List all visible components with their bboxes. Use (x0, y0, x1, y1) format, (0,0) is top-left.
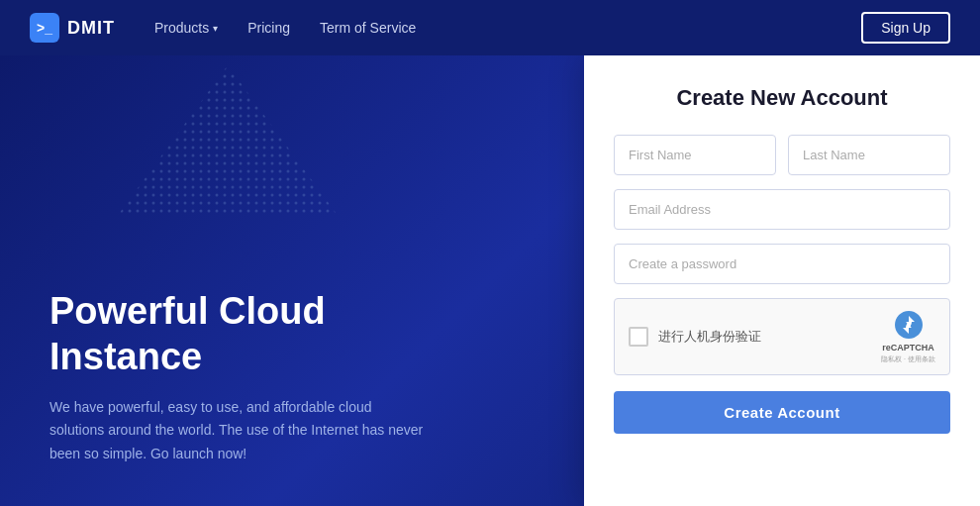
name-row (614, 135, 950, 175)
last-name-input[interactable] (788, 135, 950, 175)
recaptcha-subtext: 隐私权 · 使用条款 (881, 354, 935, 364)
nav-products[interactable]: Products ▾ (154, 20, 218, 36)
nav-links: Products ▾ Pricing Term of Service (154, 20, 861, 36)
signup-button[interactable]: Sign Up (861, 12, 950, 44)
create-account-button[interactable]: Create Account (614, 391, 950, 434)
captcha-left: 进行人机身份验证 (629, 327, 761, 347)
first-name-wrap (614, 135, 776, 175)
captcha-checkbox[interactable] (629, 327, 648, 347)
hero-subtitle: We have powerful, easy to use, and affor… (49, 396, 426, 466)
nav-pricing[interactable]: Pricing (247, 20, 290, 36)
chevron-down-icon: ▾ (213, 23, 218, 34)
logo-text: DMIT (67, 18, 115, 39)
captcha-box[interactable]: 进行人机身份验证 reCAPTCHA 隐私权 · 使用条款 (614, 298, 950, 375)
recaptcha-icon (893, 309, 925, 341)
nav-pricing-label: Pricing (247, 20, 290, 36)
recaptcha-text: reCAPTCHA (882, 343, 934, 353)
captcha-label: 进行人机身份验证 (658, 328, 761, 346)
registration-form: Create New Account 进行人机身份验证 (584, 55, 980, 506)
captcha-right: reCAPTCHA 隐私权 · 使用条款 (881, 309, 935, 364)
password-input[interactable] (614, 244, 950, 284)
hero-title: Powerful Cloud Instance (49, 289, 544, 379)
form-title: Create New Account (614, 85, 950, 111)
email-input[interactable] (614, 189, 950, 230)
nav-tos-label: Term of Service (320, 20, 416, 36)
nav-tos[interactable]: Term of Service (320, 20, 416, 36)
logo-icon: >_ (30, 13, 59, 43)
last-name-wrap (788, 135, 950, 175)
main-content: Powerful Cloud Instance We have powerful… (0, 55, 980, 506)
navbar: >_ DMIT Products ▾ Pricing Term of Servi… (0, 0, 980, 55)
hero-section: Powerful Cloud Instance We have powerful… (0, 55, 584, 506)
logo[interactable]: >_ DMIT (30, 13, 115, 43)
nav-products-label: Products (154, 20, 209, 36)
first-name-input[interactable] (614, 135, 776, 175)
